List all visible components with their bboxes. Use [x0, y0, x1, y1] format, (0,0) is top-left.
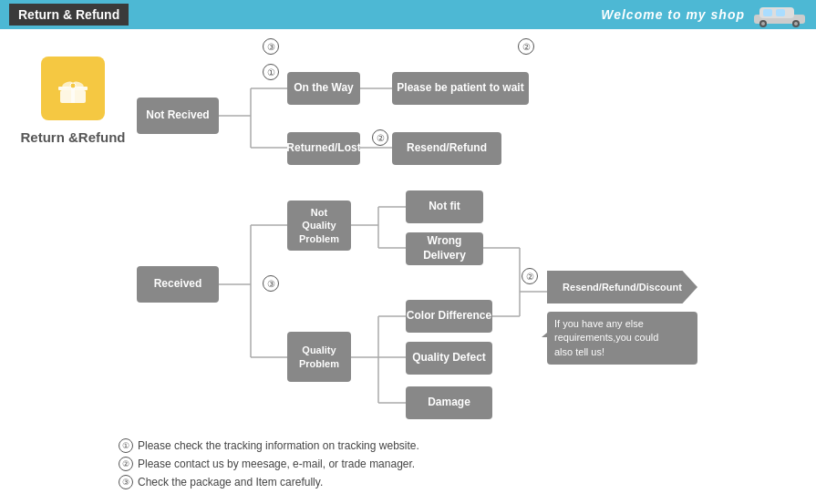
not-quality-box: Not Quality Problem	[287, 201, 351, 251]
note-1-text: Please check the tracking information on…	[138, 439, 419, 452]
wrong-delivery-box: Wrong Delivery	[406, 232, 483, 265]
left-panel: Return &Refund	[18, 38, 128, 458]
received-box: Received	[137, 266, 219, 303]
gift-icon-wrapper	[41, 57, 105, 120]
damage-box: Damage	[406, 386, 492, 419]
note-3-text: Check the package and Item carefully.	[138, 476, 323, 489]
gift-icon	[55, 70, 91, 107]
on-the-way-box: On the Way	[287, 72, 360, 105]
circle-3-received: ③	[263, 38, 279, 55]
circle-2-discount: ②	[518, 38, 534, 55]
flowchart: ① ② ③ ② Not Recived On the Way Returned/…	[128, 38, 798, 458]
note-circle-1: ①	[119, 438, 133, 453]
circle-3: ③	[263, 275, 279, 292]
circle-2-returned: ②	[372, 129, 388, 146]
car-icon	[752, 2, 807, 27]
note-circle-3: ③	[119, 475, 133, 489]
svg-rect-2	[763, 9, 772, 16]
color-diff-box: Color Difference	[406, 300, 492, 333]
resend-refund-1-box: Resend/Refund	[392, 132, 501, 165]
note-2: ② Please contact us by meesage, e-mail, …	[119, 457, 798, 471]
circle-2-top-discount: ②	[522, 268, 538, 284]
note-1: ① Please check the tracking information …	[119, 438, 798, 453]
header: Return & Refund Welcome to my shop	[0, 0, 816, 29]
main-content: Return &Refund	[0, 29, 816, 467]
circle-1-top: ①	[263, 64, 279, 80]
svg-rect-3	[776, 9, 785, 16]
returned-lost-box: Returned/Lost	[287, 132, 360, 165]
quality-problem-box: Quality Problem	[287, 332, 351, 382]
welcome-text: Welcome to my shop	[601, 7, 745, 22]
svg-point-13	[70, 83, 76, 88]
page-title: Return & Refund	[9, 4, 129, 26]
note-2-text: Please contact us by meesage, e-mail, or…	[138, 458, 415, 470]
resend-refund-discount-box: Resend/Refund/Discount	[547, 271, 697, 303]
requirements-note-box: If you have any elserequirements,you cou…	[547, 312, 697, 365]
not-fit-box: Not fit	[406, 190, 483, 223]
notes-section: ① Please check the tracking information …	[119, 438, 798, 493]
quality-defect-box: Quality Defect	[406, 342, 492, 375]
return-refund-label: Return &Refund	[21, 129, 126, 145]
please-patient-box: Please be patient to wait	[392, 72, 529, 105]
note-circle-2: ②	[119, 457, 133, 471]
note-3: ③ Check the package and Item carefully.	[119, 475, 798, 489]
not-received-box: Not Recived	[137, 98, 219, 134]
note-arrow	[542, 328, 553, 337]
svg-point-7	[794, 22, 798, 26]
svg-point-6	[761, 22, 765, 26]
